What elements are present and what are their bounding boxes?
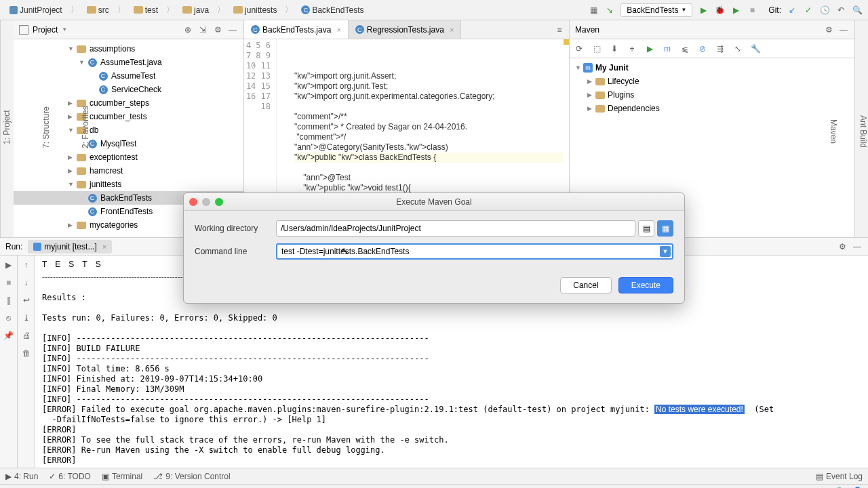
- git-update-icon[interactable]: ↙: [787, 5, 797, 16]
- run-config-selector[interactable]: BackEndTests ▼: [620, 3, 692, 17]
- maven-toolbar: ⟳ ⬚ ⬇ + ▶ m ⫹ ⊘ ⇶ ⤡ 🔧: [570, 39, 854, 58]
- toggle-offline-icon[interactable]: ⫹: [679, 43, 690, 54]
- download-icon[interactable]: ⬇: [609, 43, 620, 54]
- tree-row[interactable]: ▶exceptiontest: [14, 150, 243, 164]
- tree-row[interactable]: ▼junittests: [14, 178, 243, 191]
- pause-icon[interactable]: ‖: [2, 293, 16, 307]
- editor-tab[interactable]: CBackEndTests.java×: [244, 20, 349, 39]
- gear-icon[interactable]: ⚙: [823, 24, 834, 35]
- execute-goal-icon[interactable]: m: [662, 43, 673, 54]
- settings-icon[interactable]: 🔧: [750, 43, 761, 54]
- run-label: Run:: [5, 242, 22, 251]
- maven-icon: [33, 243, 41, 251]
- bottom-tab-event-log[interactable]: ▤ Event Log: [816, 472, 863, 481]
- breadcrumb-item[interactable]: CBackEndTests: [297, 4, 368, 16]
- gear-icon[interactable]: ⚙: [212, 24, 223, 35]
- bottom-tab-todo[interactable]: ✓ 6: TODO: [49, 472, 91, 481]
- up-icon[interactable]: ↑: [20, 258, 33, 272]
- close-icon[interactable]: ×: [102, 243, 106, 251]
- left-tab-favorites[interactable]: 2: Favorites: [79, 104, 92, 152]
- dialog-title: Execute Maven Goal: [396, 197, 471, 207]
- run-tab[interactable]: myjunit [test...]×: [28, 240, 112, 253]
- collapse-icon[interactable]: ⤡: [732, 43, 743, 54]
- maven-tree[interactable]: ▼mMy Junit ▶Lifecycle ▶Plugins ▶Dependen…: [570, 58, 854, 118]
- project-title[interactable]: Project: [33, 25, 58, 35]
- down-icon[interactable]: ↓: [20, 276, 33, 289]
- maven-title: Maven: [575, 25, 599, 35]
- add-icon[interactable]: +: [627, 43, 637, 54]
- left-tool-window-bar: 1: Project 7: Structure 2: Favorites: [0, 20, 14, 237]
- run-maven-icon[interactable]: ▶: [644, 43, 655, 54]
- breadcrumb-item[interactable]: java: [178, 4, 213, 16]
- execute-maven-goal-dialog: Execute Maven Goal Working directory ▤ ▦…: [183, 192, 685, 304]
- right-tab-maven[interactable]: Maven: [829, 119, 838, 144]
- git-commit-icon[interactable]: ✓: [803, 5, 814, 16]
- stop-icon[interactable]: ■: [747, 5, 757, 16]
- stop-icon[interactable]: ■: [2, 276, 16, 289]
- print-icon[interactable]: 🖨: [20, 329, 33, 342]
- tree-row[interactable]: ▶hamcrest: [14, 164, 243, 178]
- show-deps-icon[interactable]: ⇶: [715, 43, 726, 54]
- git-label: Git:: [768, 5, 781, 15]
- debug-icon[interactable]: 🐞: [714, 5, 725, 16]
- bottom-tab-terminal[interactable]: ▣ Terminal: [102, 472, 142, 481]
- editor-tabs: CBackEndTests.java× CRegressionTests.jav…: [244, 20, 569, 39]
- top-toolbar: JunitProject〉 src〉 test〉 java〉 junittest…: [0, 0, 868, 20]
- run-icon[interactable]: ▶: [698, 5, 709, 16]
- working-dir-input[interactable]: [276, 220, 635, 237]
- pin-icon[interactable]: 📌: [2, 329, 16, 342]
- skip-tests-icon[interactable]: ⊘: [697, 43, 708, 54]
- mouse-cursor: ↖: [341, 245, 349, 256]
- generate-icon[interactable]: ⬚: [591, 43, 602, 54]
- breadcrumb-item[interactable]: test: [130, 4, 162, 16]
- chevron-down-icon[interactable]: ▼: [660, 246, 671, 257]
- left-tab-structure[interactable]: 7: Structure: [40, 104, 52, 151]
- bottom-tab-run[interactable]: ▶ 4: Run: [5, 472, 38, 481]
- hide-icon[interactable]: —: [852, 241, 863, 252]
- git-history-icon[interactable]: 🕓: [819, 5, 830, 16]
- breadcrumb-item[interactable]: junittests: [229, 4, 281, 16]
- expand-icon[interactable]: ⇲: [197, 24, 208, 35]
- editor-menu-icon[interactable]: ≡: [554, 24, 565, 35]
- close-icon[interactable]: [189, 198, 197, 206]
- project-browse-icon[interactable]: ▦: [657, 220, 673, 237]
- build-icon[interactable]: ▦: [588, 5, 599, 16]
- exit-icon[interactable]: ⎋: [2, 311, 16, 325]
- breadcrumb-item[interactable]: src: [83, 4, 113, 16]
- run-toolbar-1: ▶ ■ ‖ ⎋ 📌: [0, 256, 18, 468]
- execute-button[interactable]: Execute: [618, 277, 673, 293]
- command-line-input[interactable]: [276, 243, 673, 260]
- dialog-titlebar[interactable]: Execute Maven Goal: [184, 193, 684, 211]
- hide-icon[interactable]: —: [227, 24, 238, 35]
- cancel-button[interactable]: Cancel: [560, 277, 611, 293]
- reimport-icon[interactable]: ⟳: [574, 43, 585, 54]
- run-toolbar-2: ↑ ↓ ↩ ⤓ 🖨 🗑: [18, 256, 35, 468]
- right-tool-window-bar: Ant Build Maven: [854, 20, 868, 237]
- tree-row[interactable]: ▼assumptions: [14, 42, 243, 56]
- locate-icon[interactable]: ⊕: [182, 24, 193, 35]
- editor-tab[interactable]: CRegressionTests.java×: [349, 20, 462, 39]
- hide-icon[interactable]: —: [838, 24, 849, 35]
- tree-row[interactable]: ▼CAssumeTest.java: [14, 56, 243, 69]
- bottom-tool-tabs: ▶ 4: Run ✓ 6: TODO ▣ Terminal ⎇ 9: Versi…: [0, 468, 868, 484]
- soft-wrap-icon[interactable]: ↩: [20, 293, 33, 307]
- hammer-icon[interactable]: ↘: [604, 5, 615, 16]
- right-tab-ant[interactable]: Ant Build: [859, 115, 868, 148]
- zoom-icon[interactable]: [215, 198, 223, 206]
- search-icon[interactable]: 🔍: [852, 5, 863, 16]
- tree-row[interactable]: CServiceCheck: [14, 83, 243, 96]
- close-icon[interactable]: ×: [336, 26, 340, 34]
- rerun-icon[interactable]: ▶: [2, 258, 16, 272]
- close-icon[interactable]: ×: [450, 26, 454, 34]
- git-revert-icon[interactable]: ↶: [835, 5, 846, 16]
- tree-row[interactable]: CAssumeTest: [14, 69, 243, 83]
- breadcrumb-item[interactable]: JunitProject: [5, 4, 66, 16]
- minimize-icon: [202, 198, 210, 206]
- clear-icon[interactable]: 🗑: [20, 346, 33, 360]
- gear-icon[interactable]: ⚙: [837, 241, 848, 252]
- bottom-tab-vcs[interactable]: ⎇ 9: Version Control: [153, 472, 230, 481]
- coverage-icon[interactable]: ▶: [730, 5, 741, 16]
- left-tab-project[interactable]: 1: Project: [1, 108, 13, 148]
- scroll-end-icon[interactable]: ⤓: [20, 311, 33, 325]
- browse-icon[interactable]: ▤: [638, 220, 654, 237]
